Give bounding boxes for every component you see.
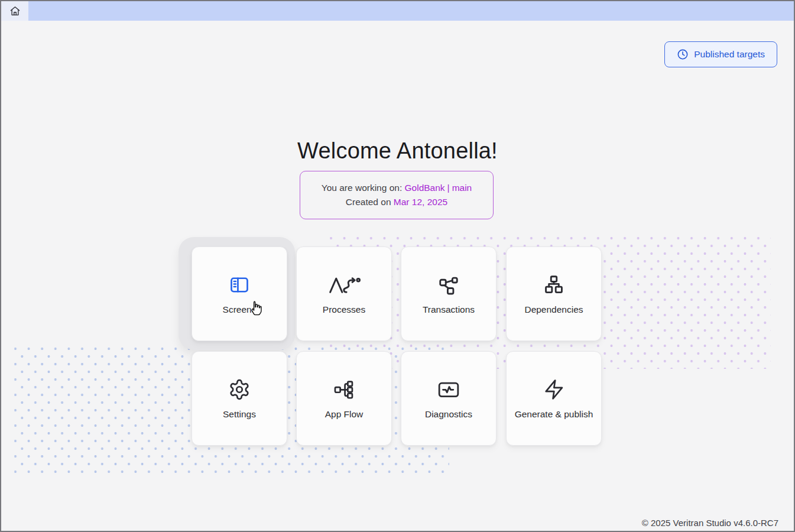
created-date: Mar 12, 2025 (394, 197, 447, 207)
app-window: Published targets Welcome Antonella! You… (0, 0, 795, 532)
workspace-info-box: You are working on: GoldBank|main Create… (300, 171, 494, 219)
page-title: Welcome Antonella! (1, 138, 794, 164)
card-label: Settings (223, 409, 256, 420)
card-label: Diagnostics (425, 409, 472, 420)
working-on-prefix: You are working on: (322, 183, 402, 193)
top-bar (1, 1, 794, 21)
dependencies-icon (543, 273, 565, 297)
card-label: Processes (323, 304, 365, 315)
diagnostics-icon (437, 378, 460, 401)
workspace-line: You are working on: GoldBank|main (322, 181, 472, 195)
card-screens[interactable]: Screens (192, 246, 287, 341)
screens-icon (229, 273, 250, 297)
card-label: App Flow (325, 409, 364, 420)
card-transactions[interactable]: Transactions (401, 246, 497, 341)
published-targets-label: Published targets (694, 49, 765, 60)
card-label: Dependencies (524, 304, 583, 315)
created-line: Created on Mar 12, 2025 (346, 195, 447, 209)
card-label: Transactions (423, 304, 475, 315)
card-label: Generate & publish (515, 409, 593, 420)
card-app-flow[interactable]: App Flow (296, 351, 392, 446)
generate-publish-icon (543, 378, 565, 401)
clock-icon (677, 48, 689, 60)
project-name[interactable]: GoldBank (405, 183, 445, 193)
transactions-icon (437, 273, 460, 297)
processes-icon (328, 273, 361, 297)
published-targets-button[interactable]: Published targets (664, 41, 777, 67)
card-settings[interactable]: Settings (192, 351, 287, 446)
card-generate-publish[interactable]: Generate & publish (506, 351, 602, 446)
home-tab[interactable] (1, 1, 28, 21)
card-dependencies[interactable]: Dependencies (506, 246, 602, 341)
home-icon (9, 5, 21, 17)
branch-name[interactable]: main (452, 183, 472, 193)
project-branch-separator: | (445, 183, 452, 193)
version-copyright: © 2025 Veritran Studio v4.6.0-RC7 (642, 518, 778, 528)
settings-icon (228, 378, 251, 401)
card-label: Screens (223, 304, 257, 315)
card-processes[interactable]: Processes (296, 246, 392, 341)
card-diagnostics[interactable]: Diagnostics (401, 351, 497, 446)
created-prefix: Created on (346, 197, 391, 207)
app-flow-icon (333, 378, 355, 401)
